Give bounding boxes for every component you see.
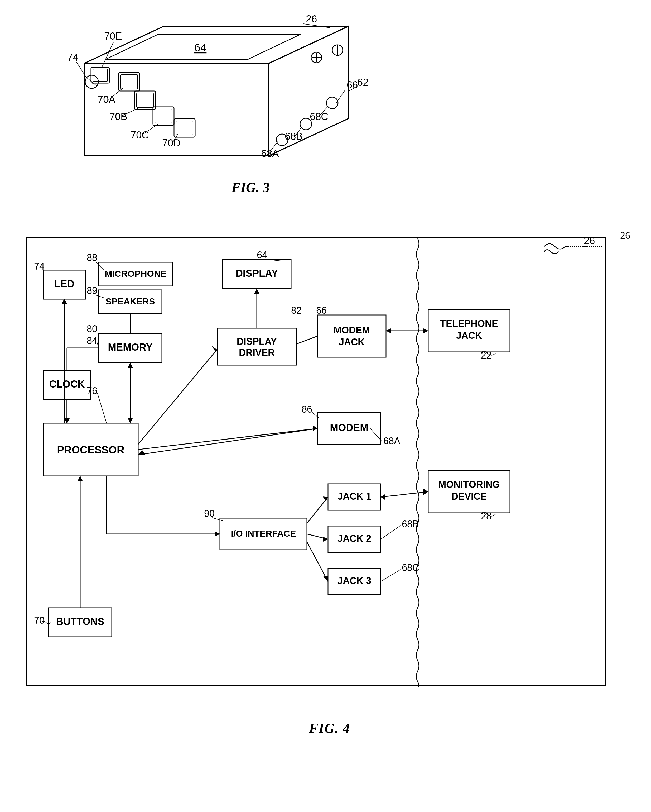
svg-text:70E: 70E — [104, 31, 122, 42]
svg-marker-111 — [138, 450, 146, 455]
svg-text:62: 62 — [357, 77, 368, 88]
svg-rect-13 — [176, 121, 193, 135]
svg-marker-125 — [78, 476, 83, 481]
svg-text:26: 26 — [306, 14, 317, 24]
svg-text:MODEM: MODEM — [334, 325, 370, 336]
svg-line-106 — [296, 336, 317, 344]
svg-text:JACK: JACK — [339, 337, 364, 347]
svg-text:JACK 2: JACK 2 — [337, 533, 371, 544]
svg-text:MODEM: MODEM — [330, 422, 368, 433]
svg-line-115 — [307, 497, 328, 524]
svg-text:76: 76 — [87, 385, 97, 396]
svg-text:DISPLAY: DISPLAY — [237, 336, 277, 347]
svg-line-110 — [138, 429, 317, 455]
svg-text:MEMORY: MEMORY — [108, 342, 152, 353]
svg-line-156 — [381, 525, 401, 539]
svg-line-126 — [138, 429, 317, 450]
svg-text:70A: 70A — [98, 94, 116, 105]
svg-text:JACK 3: JACK 3 — [337, 575, 371, 586]
svg-text:DEVICE: DEVICE — [451, 491, 487, 502]
svg-line-40 — [336, 90, 345, 103]
svg-text:PROCESSOR: PROCESSOR — [57, 444, 125, 456]
svg-rect-10 — [153, 107, 174, 125]
svg-marker-108 — [386, 328, 391, 333]
svg-rect-11 — [155, 109, 172, 123]
svg-line-119 — [307, 542, 328, 582]
svg-marker-2 — [269, 26, 348, 156]
svg-marker-122 — [381, 494, 386, 500]
svg-text:84: 84 — [87, 335, 97, 346]
svg-marker-105 — [254, 288, 259, 294]
fig3-container: 70E 26 74 64 62 66 70A 70B 70C 70D 68A 6 — [53, 11, 448, 195]
svg-text:64: 64 — [194, 41, 207, 54]
svg-line-31 — [102, 42, 113, 68]
svg-text:BUTTONS: BUTTONS — [56, 616, 104, 627]
svg-line-136 — [96, 295, 104, 298]
svg-text:70B: 70B — [110, 111, 127, 122]
diagram-border: LED MICROPHONE SPEAKERS MEMORY CLOCK PRO… — [26, 237, 607, 686]
svg-text:MICROPHONE: MICROPHONE — [105, 269, 166, 279]
svg-text:68C: 68C — [310, 111, 328, 122]
svg-text:68A: 68A — [383, 435, 400, 446]
svg-text:JACK 1: JACK 1 — [337, 491, 371, 502]
svg-marker-123 — [424, 488, 428, 495]
svg-text:CLOCK: CLOCK — [49, 379, 85, 390]
svg-line-121 — [381, 492, 428, 497]
svg-text:89: 89 — [87, 285, 97, 296]
svg-marker-127 — [313, 425, 317, 431]
svg-text:66: 66 — [316, 305, 327, 316]
fig4-label: FIG. 4 — [309, 720, 350, 736]
svg-line-134 — [96, 262, 104, 270]
svg-rect-6 — [119, 73, 140, 91]
svg-text:DISPLAY: DISPLAY — [235, 268, 278, 279]
svg-rect-7 — [121, 75, 138, 89]
svg-line-158 — [381, 569, 401, 582]
svg-marker-100 — [128, 418, 133, 423]
fig4-svg: LED MICROPHONE SPEAKERS MEMORY CLOCK PRO… — [27, 238, 607, 687]
svg-text:DRIVER: DRIVER — [239, 347, 275, 358]
svg-line-15 — [87, 78, 96, 86]
svg-text:88: 88 — [87, 252, 97, 263]
svg-text:I/O INTERFACE: I/O INTERFACE — [231, 528, 296, 539]
svg-text:TELEPHONE: TELEPHONE — [440, 318, 498, 329]
svg-text:68B: 68B — [285, 131, 303, 142]
svg-text:MONITORING: MONITORING — [438, 479, 500, 490]
svg-rect-8 — [134, 91, 156, 110]
svg-text:70D: 70D — [162, 137, 181, 148]
svg-text:JACK: JACK — [456, 330, 482, 341]
svg-text:90: 90 — [204, 508, 215, 519]
svg-text:SPEAKERS: SPEAKERS — [105, 296, 155, 306]
svg-text:74: 74 — [67, 52, 78, 63]
svg-text:74: 74 — [34, 261, 44, 272]
svg-line-102 — [138, 349, 217, 444]
svg-text:82: 82 — [291, 305, 302, 316]
svg-marker-118 — [323, 537, 328, 542]
svg-rect-12 — [174, 119, 195, 137]
svg-text:70: 70 — [34, 615, 44, 626]
fig4-container: LED MICROPHONE SPEAKERS MEMORY CLOCK PRO… — [26, 237, 633, 739]
svg-text:66: 66 — [347, 79, 358, 90]
svg-marker-101 — [128, 362, 133, 368]
fig3-label: FIG. 3 — [232, 180, 270, 195]
svg-text:64: 64 — [257, 250, 267, 260]
svg-text:80: 80 — [87, 324, 97, 334]
svg-marker-114 — [215, 531, 220, 537]
ref-26-fig4: 26 — [620, 229, 630, 241]
svg-marker-120 — [323, 575, 328, 582]
svg-rect-9 — [137, 93, 154, 107]
svg-text:LED: LED — [54, 278, 74, 289]
svg-line-141 — [97, 393, 107, 423]
svg-rect-75 — [317, 315, 386, 357]
svg-text:68A: 68A — [261, 148, 279, 159]
fig3-drawing: 70E 26 74 64 62 66 70A 70B 70C 70D 68A 6 — [53, 11, 448, 185]
svg-marker-109 — [423, 328, 428, 333]
svg-line-151 — [370, 429, 382, 442]
svg-rect-5 — [93, 69, 108, 81]
svg-text:26: 26 — [584, 238, 595, 246]
svg-text:70C: 70C — [131, 130, 149, 140]
svg-text:86: 86 — [302, 404, 312, 415]
